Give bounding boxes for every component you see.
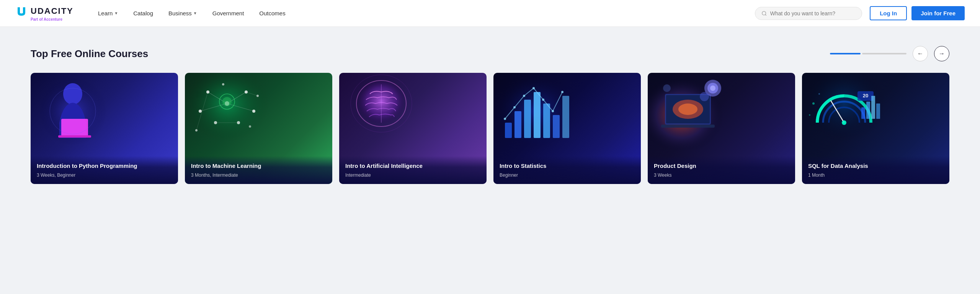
card-content-python: Introduction to Python Programming 3 Wee… xyxy=(31,156,178,184)
svg-rect-64 xyxy=(866,102,870,119)
svg-point-44 xyxy=(542,99,544,101)
svg-rect-63 xyxy=(861,107,865,119)
card-meta-stats: Beginner xyxy=(500,172,635,178)
card-title-sql: SQL for Data Analysis xyxy=(808,162,943,170)
carousel-prev-button[interactable]: ← xyxy=(913,46,928,61)
card-meta-sql: 1 Month xyxy=(808,172,943,178)
svg-point-3 xyxy=(63,83,82,105)
main-nav: Learn ▼ Catalog Business ▼ Government Ou… xyxy=(92,7,755,20)
course-card-ai[interactable]: Intro to Artificial Intelligence Interme… xyxy=(339,73,487,184)
header-actions: Log In Join for Free xyxy=(870,6,965,20)
carousel-controls: ← → xyxy=(830,46,949,61)
card-title-design: Product Design xyxy=(654,162,789,170)
stats-illustration xyxy=(493,73,578,149)
svg-point-67 xyxy=(812,102,815,105)
carousel-next-button[interactable]: → xyxy=(934,46,949,61)
svg-point-18 xyxy=(249,125,251,128)
svg-rect-35 xyxy=(524,100,531,138)
nav-catalog[interactable]: Catalog xyxy=(127,7,159,20)
search-input[interactable] xyxy=(770,10,856,16)
card-meta-ai: Intermediate xyxy=(345,172,480,178)
join-button[interactable]: Join for Free xyxy=(911,6,965,20)
card-content-ai: Intro to Artificial Intelligence Interme… xyxy=(339,156,487,184)
svg-rect-36 xyxy=(534,92,541,138)
svg-rect-52 xyxy=(661,125,715,128)
svg-line-1 xyxy=(765,14,766,15)
card-meta-python: 3 Weeks, Beginner xyxy=(37,172,172,178)
login-button[interactable]: Log In xyxy=(870,6,907,20)
card-content-sql: SQL for Data Analysis 1 Month xyxy=(802,156,949,184)
svg-point-51 xyxy=(678,103,697,115)
svg-point-68 xyxy=(809,114,810,116)
svg-rect-66 xyxy=(876,103,880,119)
svg-point-57 xyxy=(663,84,671,92)
logo-area: UDACITY Part of Accenture xyxy=(15,5,77,21)
svg-point-55 xyxy=(710,85,715,91)
svg-point-41 xyxy=(513,106,516,108)
svg-point-0 xyxy=(762,11,766,15)
svg-rect-5 xyxy=(58,135,91,138)
svg-rect-33 xyxy=(505,123,512,138)
nav-business[interactable]: Business ▼ xyxy=(162,7,203,20)
svg-point-27 xyxy=(222,97,232,106)
svg-rect-4 xyxy=(61,119,88,136)
search-bar[interactable] xyxy=(755,7,862,20)
svg-rect-37 xyxy=(543,103,550,138)
svg-point-56 xyxy=(700,92,709,101)
logo-name: UDACITY xyxy=(31,6,74,16)
card-title-python: Introduction to Python Programming xyxy=(37,162,172,170)
card-content-design: Product Design 3 Weeks xyxy=(648,156,795,184)
logo-subtitle: Part of Accenture xyxy=(31,17,62,21)
course-card-python[interactable]: Introduction to Python Programming 3 Wee… xyxy=(31,73,178,184)
ai-illustration xyxy=(339,73,423,149)
python-illustration xyxy=(31,73,115,149)
course-card-stats[interactable]: Intro to Statistics Beginner xyxy=(493,73,641,184)
learn-chevron-icon: ▼ xyxy=(114,11,118,15)
svg-point-40 xyxy=(504,118,506,120)
nav-learn[interactable]: Learn ▼ xyxy=(92,7,124,20)
card-content-ml: Intro to Machine Learning 3 Months, Inte… xyxy=(185,156,332,184)
search-icon xyxy=(761,10,767,16)
section-header: Top Free Online Courses ← → xyxy=(31,46,949,61)
logo-top: UDACITY xyxy=(15,5,74,17)
progress-empty xyxy=(862,53,906,54)
section-title: Top Free Online Courses xyxy=(31,48,148,60)
svg-rect-34 xyxy=(514,111,521,138)
header: UDACITY Part of Accenture Learn ▼ Catalo… xyxy=(0,0,980,27)
svg-point-45 xyxy=(552,110,554,112)
card-title-stats: Intro to Statistics xyxy=(500,162,635,170)
card-title-ai: Intro to Artificial Intelligence xyxy=(345,162,480,170)
svg-text:20: 20 xyxy=(863,93,868,99)
progress-fill xyxy=(830,53,861,54)
svg-rect-39 xyxy=(562,96,569,138)
card-content-stats: Intro to Statistics Beginner xyxy=(493,156,641,184)
svg-point-46 xyxy=(561,91,564,93)
card-meta-design: 3 Weeks xyxy=(654,172,789,178)
course-card-sql[interactable]: 20 SQL for Data Analysis 1 Month xyxy=(802,73,949,184)
svg-point-69 xyxy=(818,93,820,95)
nav-government[interactable]: Government xyxy=(206,7,250,20)
course-card-ml[interactable]: Intro to Machine Learning 3 Months, Inte… xyxy=(185,73,332,184)
carousel-progress xyxy=(830,53,906,54)
svg-rect-65 xyxy=(871,96,875,119)
card-meta-ml: 3 Months, Intermediate xyxy=(191,172,326,178)
svg-rect-38 xyxy=(553,115,560,138)
svg-point-43 xyxy=(532,87,535,89)
svg-point-17 xyxy=(222,83,224,85)
svg-point-60 xyxy=(842,120,846,125)
courses-row: Introduction to Python Programming 3 Wee… xyxy=(31,73,949,184)
svg-point-42 xyxy=(523,95,525,97)
sql-illustration: 20 xyxy=(802,73,886,149)
ml-illustration xyxy=(185,73,269,149)
main-content: Top Free Online Courses ← → xyxy=(0,27,980,294)
course-card-design[interactable]: Product Design 3 Weeks xyxy=(648,73,795,184)
design-illustration xyxy=(648,73,732,149)
svg-rect-7 xyxy=(185,73,269,149)
business-chevron-icon: ▼ xyxy=(193,11,197,15)
card-title-ml: Intro to Machine Learning xyxy=(191,162,326,170)
nav-outcomes[interactable]: Outcomes xyxy=(253,7,291,20)
udacity-logo-icon xyxy=(15,5,28,17)
